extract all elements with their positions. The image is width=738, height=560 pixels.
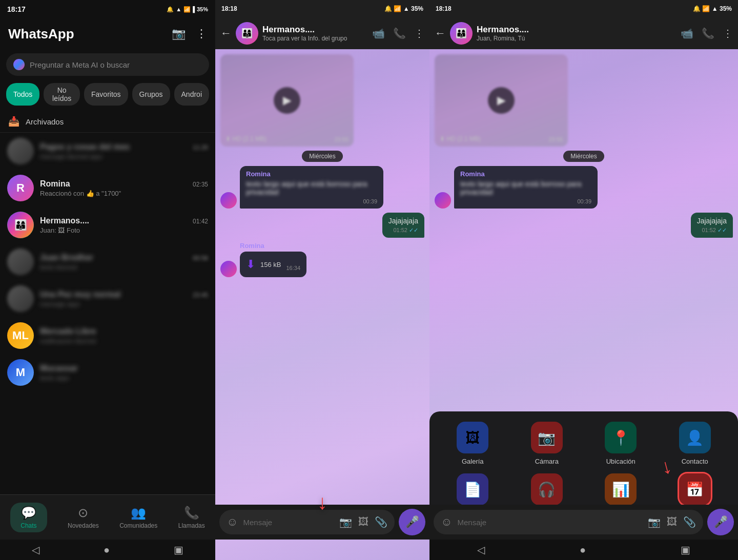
bubble-sender: Romina [246,170,377,178]
file-bubble[interactable]: ⬇ 156 kB 16:34 [240,252,306,277]
nav-item-chats[interactable]: 💬 Chats [2,499,55,536]
group-avatar-3[interactable]: 👨‍👩‍👦 [450,22,473,45]
sender-name-file: Romina [240,242,306,250]
nav-item-novedades[interactable]: ⊙ Novedades [59,502,107,533]
gallery-attach-icon-3[interactable]: 🖼 [667,516,677,528]
voice-call-icon[interactable]: 📞 [393,27,406,39]
attach-item-ubicacion[interactable]: 📍 Ubicación [588,422,654,465]
chat-header-name: Hermanos.... [262,25,368,35]
chat-name: Pagos y cosas del mes [40,142,130,152]
chat-time: 11:20 [193,144,208,151]
chat-content: Pagos y cosas del mes 11:20 mensaje blur… [40,142,208,160]
video-message-3[interactable]: ▶ ⬇ HD (2.1 MB) 23:55 [435,54,568,147]
chats-icon: 💬 [21,506,36,520]
archived-label: Archivados [26,117,64,126]
message-row-file: Romina ⬇ 156 kB 16:34 [220,242,424,277]
filter-tab-noleidos[interactable]: No leídos [44,83,80,106]
bubble-meta-out-3: 01:52 ✓✓ [697,227,727,234]
video-call-icon[interactable]: 📹 [372,27,385,39]
nav-item-llamadas[interactable]: 📞 Llamadas [170,502,213,533]
nav-item-comunidades[interactable]: 👥 Comunidades [111,502,166,533]
status-icons-1: 🔔 ▲ 📶 ▌35% [167,6,208,13]
back-button[interactable]: ← [220,27,232,40]
list-item[interactable]: Una Pez muy normal 23:45 mensaje aqui [0,280,215,317]
chat-preview: notificacion blurred [40,337,208,345]
message-row-out: Jajajajaja 01:52 ✓✓ [220,213,424,238]
filter-tab-todos[interactable]: Todos [6,83,39,106]
more-icon[interactable]: ⋮ [196,27,207,40]
chat-input-bar-3: ☺ Mensaje 📷 🖼 📎 🎤 [429,505,738,540]
video-download: ⬇ HD (2.1 MB) [225,135,266,142]
nav-label-comunidades: Comunidades [119,522,157,529]
more-options-icon[interactable]: ⋮ [414,27,424,39]
galeria-icon-circle: 🖼 [457,422,488,453]
video-call-icon-3[interactable]: 📹 [681,27,693,39]
chat-time: 01:42 [193,218,208,225]
filter-tab-android[interactable]: Androi [174,83,209,106]
mic-button-3[interactable]: 🎤 [707,509,734,535]
chat-preview: texto aqui [40,374,208,382]
list-item[interactable]: Pagos y cosas del mes 11:20 mensaje blur… [0,133,215,170]
day-divider: Miércoles [302,151,342,162]
paperclip-icon[interactable]: 📎 [375,516,387,528]
filter-tab-grupos[interactable]: Grupos [132,83,170,106]
camara-icon: 📷 [538,429,556,446]
play-button[interactable]: ▶ [274,87,300,114]
archived-row[interactable]: 📥 Archivados [0,111,215,133]
back-sys-3[interactable]: ◁ [477,544,485,556]
evento-icon: 📅 [686,481,704,498]
camera-icon[interactable]: 📷 [172,27,186,40]
attach-item-galeria[interactable]: 🖼 Galería [440,422,506,465]
network-icon: ▲ [176,6,181,12]
group-avatar[interactable]: 👨‍👩‍👦 [236,22,258,45]
input-actions: 📷 🖼 📎 [339,516,387,528]
ubicacion-icon: 📍 [612,429,630,446]
filter-tab-favoritos[interactable]: Favoritos [84,83,128,106]
back-system-btn[interactable]: ◁ [32,544,39,556]
emoji-button-3[interactable]: ☺ [441,515,452,529]
chat-preview: mensaje aqui [40,300,208,308]
recents-system-btn[interactable]: ▣ [174,544,183,556]
system-nav: ◁ ● ▣ [0,540,215,560]
list-item[interactable]: Juan Brodher 00:58 texto blurred [0,243,215,280]
more-options-icon-3[interactable]: ⋮ [723,27,733,39]
home-system-btn[interactable]: ● [104,544,110,556]
bubble-sender-3: Romina [460,170,591,178]
app-title: WhatsApp [8,26,74,42]
video-message[interactable]: ▶ ⬇ HD (2.1 MB) 23:55 [220,54,354,147]
attach-item-contacto[interactable]: 👤 Contacto [662,422,728,465]
sender-avatar-2 [220,261,237,277]
camera-attach-icon-3[interactable]: 📷 [648,516,661,528]
list-item[interactable]: M Mucassar texto aqui [0,354,215,391]
input-box-2[interactable]: ☺ Mensaje 📷 🖼 📎 [219,510,395,534]
paperclip-icon-3[interactable]: 📎 [683,516,696,528]
search-bar[interactable]: Preguntar a Meta AI o buscar [6,53,209,76]
list-item[interactable]: ML Mercado Libre notificacion blurred [0,317,215,354]
chat-time: 23:45 [193,292,208,299]
home-sys-3[interactable]: ● [580,544,586,556]
chat-name: Mercado Libre [40,327,96,336]
list-item[interactable]: R Romina 02:35 Reaccionó con 👍 a "1700" [0,170,215,206]
input-placeholder-2: Mensaje [243,518,334,527]
attach-item-camara[interactable]: 📷 Cámara [514,422,580,465]
recents-sys-3[interactable]: ▣ [681,544,690,556]
emoji-button[interactable]: ☺ [227,515,238,529]
camera-attach-icon[interactable]: 📷 [339,516,352,528]
back-button-3[interactable]: ← [435,27,446,40]
encuesta-icon: 📊 [612,481,630,498]
play-button-3[interactable]: ▶ [488,87,515,114]
list-item[interactable]: 👨‍👩‍👦 Hermanos.... 01:42 Juan: 🖼 Foto [0,206,215,243]
gallery-attach-icon[interactable]: 🖼 [358,516,368,528]
chat-content: Romina 02:35 Reaccionó con 👍 a "1700" [40,179,208,197]
input-box-3[interactable]: ☺ Mensaje 📷 🖼 📎 [434,510,703,534]
bubble-text: texto largo aqui que está borroso para p… [246,180,377,196]
evento-icon-circle: 📅 [679,473,711,505]
chat-header-actions-3: 📹 📞 ⋮ [681,27,733,39]
time-2: 18:18 [221,5,237,12]
file-time: 16:34 [286,265,300,271]
chat-header-name-3: Hermanos.... [477,25,676,35]
battery-icon: ▌35% [193,6,208,12]
voice-call-icon-3[interactable]: 📞 [702,27,714,39]
mic-button-2[interactable]: 🎤 [399,509,425,535]
message-bubble-outgoing-3: Jajajajaja 01:52 ✓✓ [691,213,733,238]
